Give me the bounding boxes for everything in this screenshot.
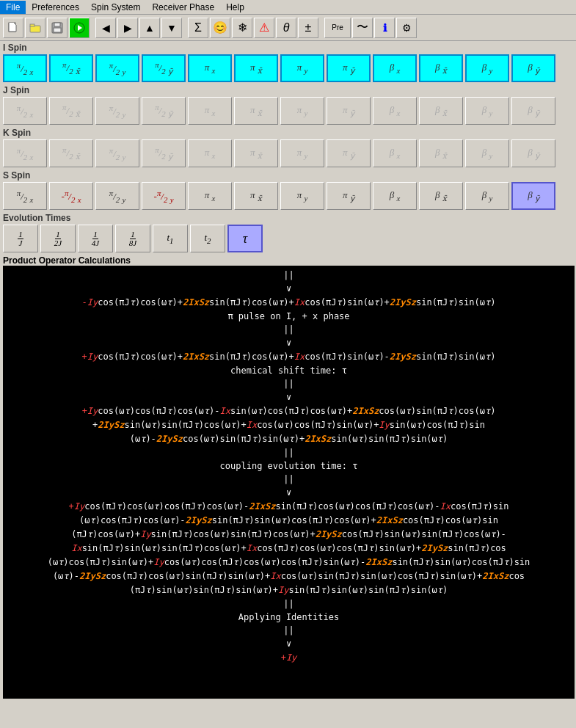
snowflake-btn[interactable]: ❄ xyxy=(232,18,252,38)
j-spin-btn-9[interactable]: β x̄ xyxy=(419,97,463,125)
k-spin-section: K Spin π/2 x π/2 x̄ π/2 y π/2 ȳ π x π x̄… xyxy=(0,126,576,169)
face-btn[interactable]: 😊 xyxy=(210,18,230,38)
s-spin-btn-0[interactable]: π/2 x xyxy=(3,182,47,210)
left-btn[interactable]: ◀ xyxy=(95,18,116,38)
i-spin-btn-0[interactable]: π/2 x xyxy=(3,54,47,82)
j-spin-btn-11[interactable]: β ȳ xyxy=(511,97,555,125)
k-spin-btn-5[interactable]: π x̄ xyxy=(234,139,278,167)
i-spin-btn-10[interactable]: β y xyxy=(465,54,509,82)
evo-btn-8j[interactable]: 18J xyxy=(115,225,150,252)
po-label: Product Operator Calculations xyxy=(3,255,573,266)
j-spin-btn-0[interactable]: π/2 x xyxy=(3,97,47,125)
j-spin-btn-7[interactable]: π ȳ xyxy=(327,97,371,125)
menu-receiver-phase[interactable]: Receiver Phase xyxy=(146,1,220,14)
j-spin-btn-3[interactable]: π/2 ȳ xyxy=(142,97,186,125)
info-btn[interactable]: ℹ xyxy=(374,18,395,38)
k-spin-btn-11[interactable]: β ȳ xyxy=(511,139,555,167)
s-spin-buttons: π/2 x -π/2 x π/2 y -π/2 y π x π x̄ π y π… xyxy=(3,182,573,210)
evo-btn-4j[interactable]: 14J xyxy=(78,225,113,252)
j-spin-btn-1[interactable]: π/2 x̄ xyxy=(49,97,93,125)
run-btn[interactable] xyxy=(69,18,90,38)
j-spin-btn-2[interactable]: π/2 y xyxy=(95,97,139,125)
menu-file[interactable]: File xyxy=(0,1,26,14)
k-spin-buttons: π/2 x π/2 x̄ π/2 y π/2 ȳ π x π x̄ π y π … xyxy=(3,139,573,167)
s-spin-btn-5[interactable]: π x̄ xyxy=(234,182,278,210)
theta-btn[interactable]: θ xyxy=(276,18,296,38)
evo-buttons: 1J 12J 14J 18J t1 t2 τ xyxy=(3,225,573,252)
i-spin-btn-9[interactable]: β x̄ xyxy=(419,54,463,82)
s-spin-btn-2[interactable]: π/2 y xyxy=(95,182,139,210)
po-display[interactable]: || ∨ -Iycos(πJτ)cos(ωτ)+2IxSzsin(πJτ)cos… xyxy=(3,266,575,699)
j-spin-buttons: π/2 x π/2 x̄ π/2 y π/2 ȳ π x π x̄ π y π … xyxy=(3,97,573,125)
new-btn[interactable] xyxy=(3,18,23,38)
menu-help[interactable]: Help xyxy=(220,1,250,14)
sigma-btn[interactable]: Σ xyxy=(188,18,208,38)
i-spin-label: I Spin xyxy=(3,43,573,53)
s-spin-btn-7[interactable]: π ȳ xyxy=(327,182,371,210)
i-spin-btn-3[interactable]: π/2 ȳ xyxy=(142,54,186,82)
j-spin-btn-5[interactable]: π x̄ xyxy=(234,97,278,125)
j-spin-btn-8[interactable]: β x xyxy=(373,97,417,125)
menu-preferences[interactable]: Preferences xyxy=(26,1,85,14)
k-spin-btn-1[interactable]: π/2 x̄ xyxy=(49,139,93,167)
i-spin-buttons: π/2 x π/2 x̄ π/2 y π/2 ȳ π x π x̄ π y π … xyxy=(3,54,573,82)
k-spin-btn-0[interactable]: π/2 x xyxy=(3,139,47,167)
i-spin-btn-4[interactable]: π x xyxy=(188,54,232,82)
k-spin-btn-10[interactable]: β y xyxy=(465,139,509,167)
i-spin-btn-2[interactable]: π/2 y xyxy=(95,54,139,82)
evolution-label: Evolution Times xyxy=(3,213,573,223)
s-spin-btn-6[interactable]: π y xyxy=(280,182,324,210)
save-btn[interactable] xyxy=(47,18,68,38)
k-spin-btn-9[interactable]: β x̄ xyxy=(419,139,463,167)
toolbar: ◀ ▶ ▲ ▼ Σ 😊 ❄ ⚠ θ ± Pre 〜 ℹ ⚙ xyxy=(0,15,576,41)
s-spin-btn-11[interactable]: β ȳ xyxy=(511,182,555,210)
s-spin-btn-9[interactable]: β x̄ xyxy=(419,182,463,210)
k-spin-btn-3[interactable]: π/2 ȳ xyxy=(142,139,186,167)
i-spin-btn-11[interactable]: β ȳ xyxy=(511,54,555,82)
j-spin-btn-10[interactable]: β y xyxy=(465,97,509,125)
j-spin-section: J Spin π/2 x π/2 x̄ π/2 y π/2 ȳ π x π x̄… xyxy=(0,84,576,126)
open-btn[interactable] xyxy=(25,18,45,38)
k-spin-btn-7[interactable]: π ȳ xyxy=(327,139,371,167)
i-spin-btn-5[interactable]: π x̄ xyxy=(234,54,278,82)
gear-btn[interactable]: ⚙ xyxy=(396,18,417,38)
wave-btn[interactable]: 〜 xyxy=(352,18,373,38)
evolution-section: Evolution Times 1J 12J 14J 18J t1 t2 τ xyxy=(0,211,576,254)
i-spin-btn-8[interactable]: β x xyxy=(373,54,417,82)
i-spin-btn-7[interactable]: π ȳ xyxy=(327,54,371,82)
s-spin-btn-1[interactable]: -π/2 x xyxy=(49,182,93,210)
k-spin-btn-2[interactable]: π/2 y xyxy=(95,139,139,167)
s-spin-btn-3[interactable]: -π/2 y xyxy=(142,182,186,210)
menubar: File Preferences Spin System Receiver Ph… xyxy=(0,0,576,15)
svg-rect-2 xyxy=(30,24,34,26)
evo-btn-t2[interactable]: t2 xyxy=(190,225,225,252)
po-section: Product Operator Calculations || ∨ -Iyco… xyxy=(0,254,576,700)
s-spin-btn-4[interactable]: π x xyxy=(188,182,232,210)
k-spin-btn-8[interactable]: β x xyxy=(373,139,417,167)
s-spin-section: S Spin π/2 x -π/2 x π/2 y -π/2 y π x π x… xyxy=(0,169,576,211)
evo-btn-t1[interactable]: t1 xyxy=(153,225,188,252)
k-spin-btn-6[interactable]: π y xyxy=(280,139,324,167)
s-spin-btn-10[interactable]: β y xyxy=(465,182,509,210)
s-spin-label: S Spin xyxy=(3,170,573,181)
warning-btn[interactable]: ⚠ xyxy=(254,18,274,38)
evo-btn-1j[interactable]: 1J xyxy=(3,225,38,252)
i-spin-section: I Spin π/2 x π/2 x̄ π/2 y π/2 ȳ π x π x̄… xyxy=(0,41,576,84)
pre-btn[interactable]: Pre xyxy=(324,18,351,38)
svg-rect-4 xyxy=(54,23,60,26)
i-spin-btn-6[interactable]: π y xyxy=(280,54,324,82)
k-spin-btn-4[interactable]: π x xyxy=(188,139,232,167)
j-spin-label: J Spin xyxy=(3,85,573,95)
j-spin-btn-4[interactable]: π x xyxy=(188,97,232,125)
i-spin-btn-1[interactable]: π/2 x̄ xyxy=(49,54,93,82)
svg-rect-5 xyxy=(54,28,61,32)
right-btn[interactable]: ▶ xyxy=(117,18,138,38)
evo-btn-tau[interactable]: τ xyxy=(227,225,263,252)
evo-btn-2j[interactable]: 12J xyxy=(40,225,76,252)
s-spin-btn-8[interactable]: β x xyxy=(373,182,417,210)
j-spin-btn-6[interactable]: π y xyxy=(280,97,324,125)
down-btn[interactable]: ▼ xyxy=(161,18,182,38)
menu-spin-system[interactable]: Spin System xyxy=(85,1,146,14)
up-btn[interactable]: ▲ xyxy=(139,18,160,38)
plusminus-btn[interactable]: ± xyxy=(298,18,318,38)
